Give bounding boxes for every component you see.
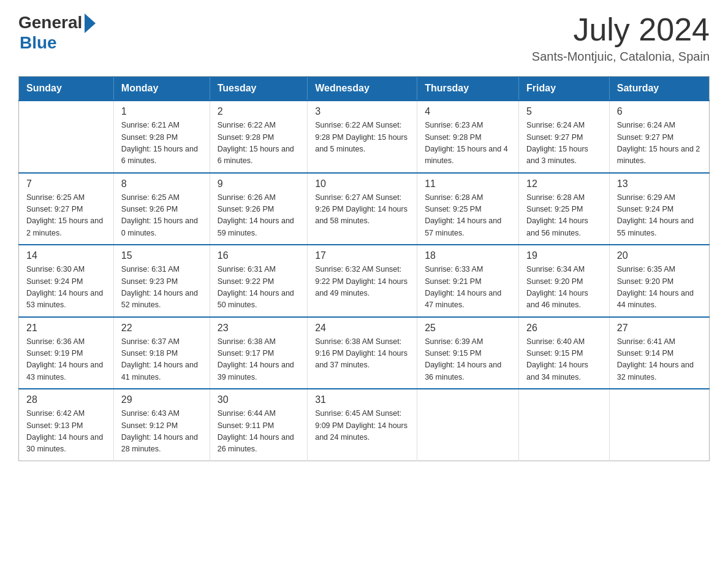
day-number: 18 [425,250,511,261]
calendar-cell: 5Sunrise: 6:24 AM Sunset: 9:27 PM Daylig… [519,101,610,173]
day-info: Sunrise: 6:28 AM Sunset: 9:25 PM Dayligh… [425,192,511,240]
logo: General Blue [18,12,96,53]
day-number: 16 [218,250,300,261]
calendar-cell: 26Sunrise: 6:40 AM Sunset: 9:15 PM Dayli… [519,317,610,389]
day-info: Sunrise: 6:27 AM Sunset: 9:26 PM Dayligh… [315,192,409,228]
calendar-week-row: 21Sunrise: 6:36 AM Sunset: 9:19 PM Dayli… [19,317,710,389]
calendar-cell: 29Sunrise: 6:43 AM Sunset: 9:12 PM Dayli… [113,389,210,461]
day-number: 15 [121,250,202,261]
month-year-title: July 2024 [532,12,710,47]
day-number: 29 [121,394,202,405]
calendar-cell [19,101,114,173]
calendar-cell: 13Sunrise: 6:29 AM Sunset: 9:24 PM Dayli… [609,173,709,245]
day-info: Sunrise: 6:25 AM Sunset: 9:27 PM Dayligh… [26,192,106,240]
calendar-cell: 7Sunrise: 6:25 AM Sunset: 9:27 PM Daylig… [19,173,114,245]
day-number: 22 [121,323,202,334]
calendar-cell: 1Sunrise: 6:21 AM Sunset: 9:28 PM Daylig… [113,101,210,173]
day-info: Sunrise: 6:22 AM Sunset: 9:28 PM Dayligh… [315,120,409,155]
calendar-cell: 19Sunrise: 6:34 AM Sunset: 9:20 PM Dayli… [519,245,610,317]
calendar-cell: 9Sunrise: 6:26 AM Sunset: 9:26 PM Daylig… [210,173,307,245]
day-info: Sunrise: 6:43 AM Sunset: 9:12 PM Dayligh… [121,408,202,456]
day-info: Sunrise: 6:38 AM Sunset: 9:17 PM Dayligh… [218,336,300,384]
day-number: 14 [26,250,106,261]
day-number: 24 [315,323,409,334]
calendar-cell: 6Sunrise: 6:24 AM Sunset: 9:27 PM Daylig… [609,101,709,173]
day-info: Sunrise: 6:29 AM Sunset: 9:24 PM Dayligh… [617,192,702,240]
calendar-cell: 21Sunrise: 6:36 AM Sunset: 9:19 PM Dayli… [19,317,114,389]
calendar-cell: 11Sunrise: 6:28 AM Sunset: 9:25 PM Dayli… [417,173,519,245]
calendar-cell: 23Sunrise: 6:38 AM Sunset: 9:17 PM Dayli… [210,317,307,389]
calendar-cell: 20Sunrise: 6:35 AM Sunset: 9:20 PM Dayli… [609,245,709,317]
column-header-friday: Friday [519,77,610,101]
day-number: 27 [617,323,702,334]
day-number: 6 [617,106,702,117]
day-number: 13 [617,178,702,190]
day-info: Sunrise: 6:25 AM Sunset: 9:26 PM Dayligh… [121,192,202,240]
day-number: 3 [315,106,409,117]
day-number: 25 [425,323,511,334]
day-number: 23 [218,323,300,334]
calendar-cell: 27Sunrise: 6:41 AM Sunset: 9:14 PM Dayli… [609,317,709,389]
column-header-saturday: Saturday [609,77,709,101]
logo-general-text: General [18,13,82,33]
day-info: Sunrise: 6:31 AM Sunset: 9:23 PM Dayligh… [121,264,202,312]
day-info: Sunrise: 6:42 AM Sunset: 9:13 PM Dayligh… [26,408,106,456]
calendar-week-row: 7Sunrise: 6:25 AM Sunset: 9:27 PM Daylig… [19,173,710,245]
day-info: Sunrise: 6:36 AM Sunset: 9:19 PM Dayligh… [26,336,106,384]
calendar-week-row: 14Sunrise: 6:30 AM Sunset: 9:24 PM Dayli… [19,245,710,317]
day-info: Sunrise: 6:26 AM Sunset: 9:26 PM Dayligh… [218,192,300,240]
calendar-cell: 3Sunrise: 6:22 AM Sunset: 9:28 PM Daylig… [308,101,417,173]
day-number: 10 [315,178,409,190]
day-number: 8 [121,178,202,190]
column-header-thursday: Thursday [417,77,519,101]
calendar-cell: 24Sunrise: 6:38 AM Sunset: 9:16 PM Dayli… [308,317,417,389]
column-header-wednesday: Wednesday [308,77,417,101]
calendar-cell: 22Sunrise: 6:37 AM Sunset: 9:18 PM Dayli… [113,317,210,389]
calendar-cell: 2Sunrise: 6:22 AM Sunset: 9:28 PM Daylig… [210,101,307,173]
day-info: Sunrise: 6:21 AM Sunset: 9:28 PM Dayligh… [121,120,202,167]
day-info: Sunrise: 6:40 AM Sunset: 9:15 PM Dayligh… [526,336,602,384]
calendar-cell: 8Sunrise: 6:25 AM Sunset: 9:26 PM Daylig… [113,173,210,245]
day-number: 1 [121,106,202,117]
day-number: 7 [26,178,106,190]
calendar-cell: 10Sunrise: 6:27 AM Sunset: 9:26 PM Dayli… [308,173,417,245]
day-info: Sunrise: 6:33 AM Sunset: 9:21 PM Dayligh… [425,264,511,312]
day-info: Sunrise: 6:34 AM Sunset: 9:20 PM Dayligh… [526,264,602,312]
day-info: Sunrise: 6:44 AM Sunset: 9:11 PM Dayligh… [218,408,300,456]
location-subtitle: Sants-Montjuic, Catalonia, Spain [532,50,710,64]
day-number: 26 [526,323,602,334]
day-number: 5 [526,106,602,117]
column-header-tuesday: Tuesday [210,77,307,101]
day-number: 4 [425,106,511,117]
calendar-cell: 17Sunrise: 6:32 AM Sunset: 9:22 PM Dayli… [308,245,417,317]
page-header: General Blue July 2024 Sants-Montjuic, C… [18,12,710,64]
day-info: Sunrise: 6:30 AM Sunset: 9:24 PM Dayligh… [26,264,106,312]
day-number: 30 [218,394,300,405]
column-header-sunday: Sunday [19,77,114,101]
day-info: Sunrise: 6:35 AM Sunset: 9:20 PM Dayligh… [617,264,702,312]
day-number: 11 [425,178,511,190]
day-info: Sunrise: 6:24 AM Sunset: 9:27 PM Dayligh… [617,120,702,167]
calendar-cell: 25Sunrise: 6:39 AM Sunset: 9:15 PM Dayli… [417,317,519,389]
day-number: 31 [315,394,409,405]
day-number: 12 [526,178,602,190]
calendar-cell: 30Sunrise: 6:44 AM Sunset: 9:11 PM Dayli… [210,389,307,461]
calendar-cell [417,389,519,461]
day-number: 20 [617,250,702,261]
calendar-cell: 16Sunrise: 6:31 AM Sunset: 9:22 PM Dayli… [210,245,307,317]
day-info: Sunrise: 6:37 AM Sunset: 9:18 PM Dayligh… [121,336,202,384]
calendar-cell: 4Sunrise: 6:23 AM Sunset: 9:28 PM Daylig… [417,101,519,173]
calendar-table: SundayMondayTuesdayWednesdayThursdayFrid… [18,76,710,461]
day-number: 2 [218,106,300,117]
logo-blue-text: Blue [20,33,57,53]
day-info: Sunrise: 6:32 AM Sunset: 9:22 PM Dayligh… [315,264,409,299]
day-info: Sunrise: 6:45 AM Sunset: 9:09 PM Dayligh… [315,408,409,443]
calendar-week-row: 1Sunrise: 6:21 AM Sunset: 9:28 PM Daylig… [19,101,710,173]
calendar-cell: 14Sunrise: 6:30 AM Sunset: 9:24 PM Dayli… [19,245,114,317]
day-info: Sunrise: 6:41 AM Sunset: 9:14 PM Dayligh… [617,336,702,384]
day-info: Sunrise: 6:31 AM Sunset: 9:22 PM Dayligh… [218,264,300,312]
day-number: 21 [26,323,106,334]
calendar-cell: 28Sunrise: 6:42 AM Sunset: 9:13 PM Dayli… [19,389,114,461]
day-info: Sunrise: 6:39 AM Sunset: 9:15 PM Dayligh… [425,336,511,384]
day-info: Sunrise: 6:22 AM Sunset: 9:28 PM Dayligh… [218,120,300,167]
